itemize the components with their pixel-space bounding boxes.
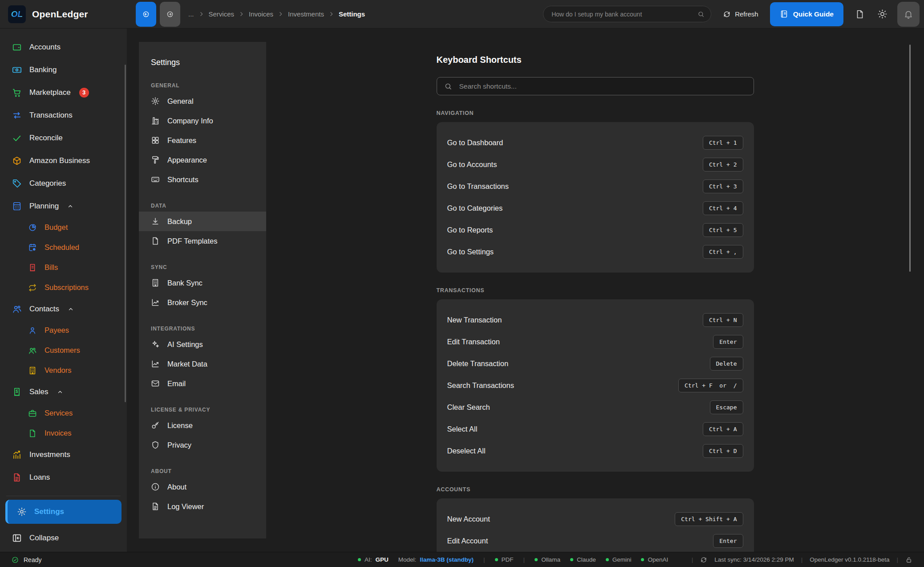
shortcut-keys: Ctrl + D (703, 444, 743, 458)
document-button[interactable] (855, 9, 865, 19)
status-separator: | (801, 556, 803, 563)
breadcrumb-item-investments[interactable]: Investments (288, 10, 324, 18)
sidebar-item-reconcile[interactable]: Reconcile (0, 126, 127, 149)
settings-nav-bank-sync[interactable]: Bank Sync (139, 273, 266, 293)
settings-nav-panel: Settings GENERAL General Company Info Fe… (139, 42, 266, 538)
settings-nav-label: Shortcuts (167, 175, 199, 184)
sidebar-item-marketplace[interactable]: Marketplace 3 (0, 81, 127, 104)
status-provider-label: Ollama (541, 556, 560, 563)
sidebar-collapse-button[interactable]: Collapse (0, 526, 127, 549)
sidebar-item-investments[interactable]: Investments (0, 443, 127, 466)
settings-nav-market-data[interactable]: Market Data (139, 354, 266, 374)
assistant-search-input[interactable] (551, 11, 693, 18)
nav-forward-button[interactable] (160, 2, 180, 27)
settings-nav-features[interactable]: Features (139, 131, 266, 150)
status-model-label: Model: (398, 556, 417, 563)
sidebar-item-contacts[interactable]: Contacts (0, 298, 127, 320)
settings-nav-log-viewer[interactable]: Log Viewer (139, 497, 266, 516)
sidebar-item-invoices[interactable]: Invoices (0, 423, 127, 443)
sidebar-item-payees[interactable]: Payees (0, 320, 127, 340)
settings-nav-ai-settings[interactable]: AI Settings (139, 334, 266, 354)
settings-nav-license[interactable]: License (139, 416, 266, 435)
sidebar-item-customers[interactable]: Customers (0, 340, 127, 360)
settings-nav-company-info[interactable]: Company Info (139, 111, 266, 131)
sidebar-item-label: Amazon Business (29, 156, 90, 165)
file-icon (151, 237, 160, 245)
nav-back-button[interactable] (136, 2, 156, 27)
settings-nav-about[interactable]: About (139, 477, 266, 497)
sidebar-item-label: Scheduled (45, 243, 79, 252)
sidebar-item-amazon-business[interactable]: Amazon Business (0, 149, 127, 172)
refresh-button[interactable]: Refresh (723, 10, 758, 18)
settings-nav-email[interactable]: Email (139, 374, 266, 393)
breadcrumb-ellipsis[interactable]: ... (188, 10, 194, 18)
shortcut-search-input[interactable] (459, 82, 746, 90)
sidebar-item-label: Sales (29, 388, 49, 396)
sidebar-item-label: Investments (29, 450, 70, 459)
settings-nav-shortcuts[interactable]: Shortcuts (139, 170, 266, 189)
status-provider-label: OpenAI (648, 556, 668, 563)
sidebar-item-accounts[interactable]: Accounts (0, 36, 127, 58)
status-separator: | (692, 556, 693, 563)
sidebar-item-budget[interactable]: Budget (0, 217, 127, 237)
status-right: | Last sync: 3/14/2026 2:29 PM | OpenLed… (692, 556, 912, 563)
sidebar-item-planning[interactable]: Planning (0, 195, 127, 217)
assistant-search[interactable] (543, 6, 711, 22)
shortcut-row: New Transaction Ctrl + N (447, 309, 743, 331)
sidebar-item-label: Subscriptions (45, 283, 89, 292)
sidebar-item-label: Collapse (29, 534, 59, 543)
sidebar-item-categories[interactable]: Categories (0, 172, 127, 195)
shortcut-label: New Account (447, 515, 490, 523)
shortcut-row: Search Transactions Ctrl + F or / (447, 375, 743, 396)
breadcrumb-item-invoices[interactable]: Invoices (249, 10, 273, 18)
lock-open-icon[interactable] (905, 556, 912, 563)
bell-icon (904, 9, 913, 19)
sidebar-item-bills[interactable]: Bills (0, 257, 127, 277)
theme-toggle-button[interactable] (877, 9, 888, 19)
sun-icon (877, 9, 888, 19)
status-model-value[interactable]: llama-3B (standby) (420, 556, 474, 563)
settings-nav-broker-sync[interactable]: Broker Sync (139, 293, 266, 312)
status-provider-gemini: Gemini (606, 556, 632, 563)
shortcut-label: Go to Settings (447, 248, 494, 256)
shortcut-row: Go to Categories Ctrl + 4 (447, 197, 743, 219)
sidebar-item-vendors[interactable]: Vendors (0, 360, 127, 380)
status-model: Model: llama-3B (standby) (398, 556, 474, 563)
sidebar-item-scheduled[interactable]: Scheduled (0, 237, 127, 257)
quick-guide-button[interactable]: Quick Guide (770, 2, 843, 26)
search-icon (697, 11, 705, 18)
settings-nav-label: Features (167, 136, 196, 145)
status-provider-claude: Claude (570, 556, 596, 563)
sidebar-item-label: Payees (45, 326, 69, 334)
green-dot-icon (495, 558, 498, 561)
sidebar-item-banking[interactable]: Banking (0, 58, 127, 81)
status-version: OpenLedger v0.1.0.2118-beta (810, 556, 889, 563)
green-dot-icon (570, 558, 573, 561)
shortcut-search[interactable] (437, 77, 754, 95)
breadcrumb-item-settings[interactable]: Settings (339, 10, 365, 18)
mail-icon (151, 379, 160, 388)
breadcrumb-item-services[interactable]: Services (209, 10, 235, 18)
sidebar-item-settings[interactable]: Settings (5, 500, 122, 524)
main-scrollbar[interactable] (909, 45, 911, 272)
sidebar-item-services[interactable]: Services (0, 403, 127, 423)
wallet-icon (12, 42, 22, 52)
notifications-button[interactable] (897, 2, 920, 27)
shortcut-label: Edit Transaction (447, 338, 500, 346)
sidebar-scrollbar[interactable] (125, 65, 126, 402)
shortcut-row: Select All Ctrl + A (447, 418, 743, 440)
sidebar-item-loans[interactable]: Loans (0, 466, 127, 489)
sidebar-item-transactions[interactable]: Transactions (0, 104, 127, 126)
sidebar-item-sales[interactable]: Sales (0, 380, 127, 403)
sidebar-item-label: Accounts (29, 43, 61, 52)
line-chart-icon (151, 359, 160, 368)
calendar-clock-icon (28, 243, 37, 252)
settings-nav-appearance[interactable]: Appearance (139, 150, 266, 170)
settings-nav-general[interactable]: General (139, 91, 266, 111)
settings-nav-pdf-templates[interactable]: PDF Templates (139, 231, 266, 251)
sidebar-item-subscriptions[interactable]: Subscriptions (0, 277, 127, 298)
status-ai-value: GPU (376, 556, 389, 563)
settings-nav-backup[interactable]: Backup (139, 212, 266, 231)
trending-up-icon (12, 450, 22, 460)
settings-nav-privacy[interactable]: Privacy (139, 435, 266, 455)
